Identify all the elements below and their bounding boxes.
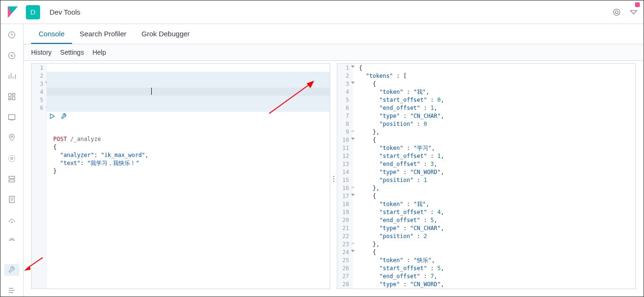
tab-row: Console Search Profiler Grok Debugger <box>24 24 644 44</box>
top-bar: D Dev Tools <box>0 0 644 24</box>
nav-ml[interactable] <box>4 152 19 165</box>
svg-point-9 <box>11 136 13 138</box>
svg-rect-7 <box>8 98 11 100</box>
newsfeed-icon[interactable] <box>629 8 638 16</box>
kibana-logo[interactable] <box>6 6 19 19</box>
svg-point-11 <box>11 157 13 160</box>
svg-rect-6 <box>13 97 15 100</box>
main: Console Search Profiler Grok Debugger Hi… <box>24 24 644 297</box>
svg-rect-8 <box>8 115 15 120</box>
wrench-icon[interactable] <box>60 113 67 120</box>
response-code: { "tokens" : [ { "token" : "我", "start_o… <box>352 64 636 289</box>
play-icon[interactable] <box>49 113 56 120</box>
side-nav <box>0 24 24 297</box>
nav-recently-viewed[interactable] <box>4 29 19 41</box>
link-settings[interactable]: Settings <box>60 49 84 56</box>
response-viewer: 1234567891011121314151617181920212223242… <box>337 63 636 289</box>
breadcrumb: Dev Tools <box>49 8 81 16</box>
nav-collapse[interactable] <box>4 284 19 297</box>
tab-console[interactable]: Console <box>31 24 72 44</box>
request-code[interactable]: POST /_analyze{ "analyzer": "ik_max_word… <box>47 64 330 289</box>
link-help[interactable]: Help <box>92 49 106 56</box>
nav-dashboard[interactable] <box>4 91 19 103</box>
svg-point-10 <box>8 155 15 162</box>
tab-grok-debugger[interactable]: Grok Debugger <box>134 24 197 44</box>
svg-point-15 <box>11 222 12 223</box>
help-icon[interactable] <box>612 8 621 16</box>
tab-search-profiler[interactable]: Search Profiler <box>72 24 134 44</box>
notification-dot <box>635 2 640 7</box>
pane-splitter[interactable] <box>332 174 335 183</box>
svg-point-1 <box>615 11 618 14</box>
nav-visualize[interactable] <box>4 70 19 82</box>
nav-logs[interactable] <box>4 194 19 206</box>
request-editor[interactable]: 123456 POST /_analyze{ "analyzer": "ik_m… <box>31 63 330 289</box>
svg-rect-5 <box>13 93 15 95</box>
svg-rect-13 <box>9 180 15 182</box>
link-history[interactable]: History <box>31 49 52 56</box>
nav-apm[interactable] <box>4 214 19 226</box>
svg-rect-12 <box>9 176 15 179</box>
request-gutter: 123456 <box>32 64 47 289</box>
nav-dev-tools[interactable] <box>4 264 19 276</box>
nav-uptime[interactable] <box>4 235 19 247</box>
nav-discover[interactable] <box>4 50 19 62</box>
nav-maps[interactable] <box>4 132 19 144</box>
space-avatar[interactable]: D <box>26 5 40 19</box>
svg-rect-4 <box>8 93 11 97</box>
svg-point-0 <box>613 9 620 16</box>
nav-canvas[interactable] <box>4 111 19 124</box>
nav-infrastructure[interactable] <box>4 173 19 185</box>
response-gutter: 1234567891011121314151617181920212223242… <box>337 64 352 289</box>
console-toolbar: History Settings Help <box>24 44 644 61</box>
